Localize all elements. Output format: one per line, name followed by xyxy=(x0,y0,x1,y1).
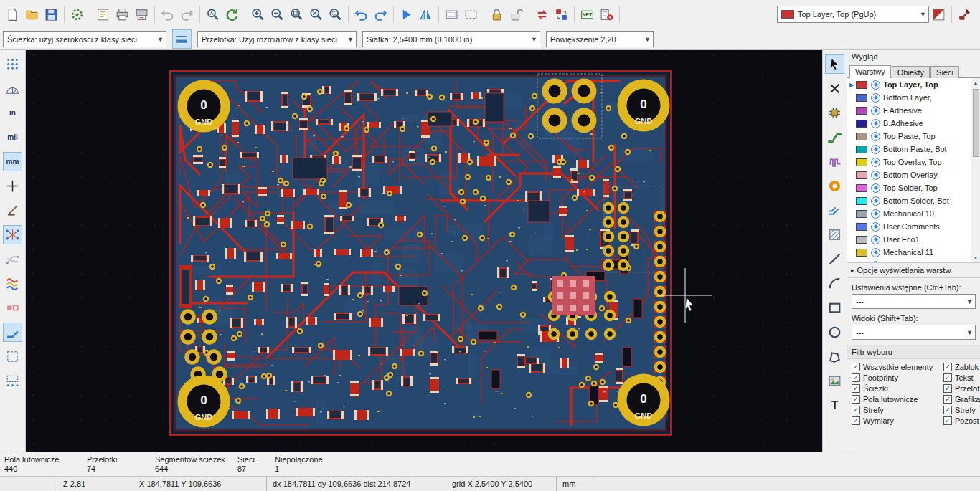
filter-checkbox-item[interactable]: ✓Przelot xyxy=(943,384,980,393)
scrollbar-thumb[interactable] xyxy=(973,89,979,157)
filter-checkbox-item[interactable]: ✓Footprinty xyxy=(852,373,943,382)
layer-visibility-eye-icon[interactable] xyxy=(871,145,880,154)
layer-list-scrollbar[interactable]: ▲ ▼ xyxy=(971,78,980,262)
select-tool-button[interactable] xyxy=(825,54,844,74)
layer-color-swatch[interactable] xyxy=(856,184,867,192)
layer-row[interactable]: ▶Top Layer, Top xyxy=(847,78,971,91)
draw-rect-button[interactable] xyxy=(825,298,844,318)
scroll-up-icon[interactable]: ▲ xyxy=(974,78,979,87)
draw-polygon-button[interactable] xyxy=(825,347,844,366)
chevron-down-icon[interactable]: ▼ xyxy=(918,11,928,18)
pcb-canvas[interactable]: 0GND0GND0GND0GND xyxy=(26,50,822,452)
layer-color-swatch[interactable] xyxy=(856,171,867,179)
grid-override-button[interactable] xyxy=(3,371,22,391)
layer-visibility-eye-icon[interactable] xyxy=(871,209,880,219)
layer-row[interactable]: Bottom Overlay, xyxy=(847,168,971,181)
layer-row[interactable]: Bottom Solder, Bot xyxy=(847,194,971,207)
tab-obiekty[interactable]: Obiekty xyxy=(892,66,930,78)
unit-mils-button[interactable]: mil xyxy=(3,128,22,147)
layer-color-swatch[interactable] xyxy=(856,107,867,115)
zoom-selection-button[interactable] xyxy=(326,5,345,24)
net-highlight-button[interactable]: NET xyxy=(578,5,597,24)
filter-checkbox-item[interactable]: ✓Grafika xyxy=(943,395,980,404)
layer-color-swatch[interactable] xyxy=(856,223,867,231)
layer-color-swatch[interactable] xyxy=(856,210,867,218)
polar-coords-button[interactable] xyxy=(3,79,22,98)
layer-display-options[interactable]: ▸ Opcje wyświetlania warstw xyxy=(847,263,980,278)
layer-row[interactable]: F.Adhesive xyxy=(847,104,971,117)
chevron-down-icon[interactable]: ▼ xyxy=(642,36,653,43)
layer-color-swatch[interactable] xyxy=(856,81,867,89)
frame-dashed-button[interactable] xyxy=(461,5,481,24)
layer-row[interactable]: B.Adhesive xyxy=(847,117,971,130)
chevron-down-icon[interactable]: ▼ xyxy=(529,36,540,43)
filter-checkbox-item[interactable]: ✓Tekst xyxy=(943,373,980,382)
layer-visibility-eye-icon[interactable] xyxy=(871,132,880,141)
undo-disabled-button[interactable] xyxy=(158,5,177,24)
lock-button[interactable] xyxy=(487,5,507,24)
filter-checkbox-item[interactable]: ✓Pola lutownicze xyxy=(852,395,943,404)
unit-mm-button[interactable]: mm xyxy=(3,152,22,171)
layer-color-swatch[interactable] xyxy=(856,262,867,263)
layer-row[interactable]: Top Solder, Top xyxy=(847,181,971,194)
open-board-button[interactable] xyxy=(22,5,42,24)
layer-color-swatch[interactable] xyxy=(856,120,867,128)
checkbox-checked-icon[interactable]: ✓ xyxy=(943,395,952,404)
zoom-fit-button[interactable] xyxy=(306,5,326,24)
checkbox-checked-icon[interactable]: ✓ xyxy=(852,395,860,404)
frame-button[interactable] xyxy=(442,5,461,24)
filter-checkbox-item[interactable]: ✓Wszystkie elementy xyxy=(852,363,943,371)
active-layer-dropdown[interactable]: Top Layer, Top (PgUp) ▼ xyxy=(777,6,929,23)
local-ratsnest-button[interactable] xyxy=(825,79,844,98)
draw-line-button[interactable] xyxy=(825,249,844,269)
layer-row[interactable]: User.Comments xyxy=(847,220,971,233)
layer-row[interactable]: Bottom Paste, Bot xyxy=(847,143,971,156)
refresh-button[interactable] xyxy=(222,5,242,24)
layer-visibility-eye-icon[interactable] xyxy=(871,80,880,90)
ratsnest-curved-button[interactable] xyxy=(3,249,22,269)
layer-visibility-eye-icon[interactable] xyxy=(871,222,880,232)
checkbox-checked-icon[interactable]: ✓ xyxy=(943,363,952,371)
page-settings-button[interactable] xyxy=(93,5,113,24)
board-setup-button[interactable] xyxy=(67,5,87,24)
chevron-down-icon[interactable]: ▼ xyxy=(964,329,975,336)
redo-button[interactable] xyxy=(371,5,390,24)
add-zone-button[interactable] xyxy=(825,225,844,244)
checkbox-checked-icon[interactable]: ✓ xyxy=(943,373,952,382)
add-text-button[interactable]: T xyxy=(825,396,844,415)
route-tracks-button[interactable] xyxy=(825,128,844,147)
chevron-down-icon[interactable]: ▼ xyxy=(345,36,356,43)
grid-dropdown[interactable]: Siatka: 2,5400 mm (0,1000 in) ▼ xyxy=(362,31,540,47)
undo-button[interactable] xyxy=(352,5,371,24)
layer-color-swatch[interactable] xyxy=(856,236,867,244)
via-size-dropdown[interactable]: Przelotka: Użyj rozmiarów z klasy sieci … xyxy=(197,31,357,47)
layer-visibility-eye-icon[interactable] xyxy=(871,171,880,180)
layer-visibility-eye-icon[interactable] xyxy=(871,196,880,206)
layer-color-swatch[interactable] xyxy=(856,158,867,166)
draw-arc-button[interactable] xyxy=(825,274,844,293)
add-image-button[interactable] xyxy=(825,371,844,391)
zoom-in-button[interactable] xyxy=(248,5,268,24)
run-button[interactable] xyxy=(397,5,416,24)
filter-checkbox-item[interactable]: ✓Pozost xyxy=(943,416,980,425)
checkbox-checked-icon[interactable]: ✓ xyxy=(852,373,860,382)
presets-dropdown[interactable]: --- ▼ xyxy=(852,294,976,309)
checkbox-checked-icon[interactable]: ✓ xyxy=(943,406,952,414)
grid-dots-button[interactable] xyxy=(3,54,22,74)
filter-checkbox-item[interactable]: ✓Strefy xyxy=(852,406,943,414)
zoom-dropdown[interactable]: Powiększenie 2,20 ▼ xyxy=(546,31,654,47)
layer-visibility-eye-icon[interactable] xyxy=(871,106,880,115)
layer-visibility-eye-icon[interactable] xyxy=(871,261,880,263)
layer-row[interactable]: Mechanical 11 xyxy=(847,246,971,259)
checkbox-checked-icon[interactable]: ✓ xyxy=(852,406,860,414)
layer-visibility-eye-icon[interactable] xyxy=(871,93,880,103)
ratsnest-visibility-button[interactable] xyxy=(3,225,22,244)
redo-disabled-button[interactable] xyxy=(177,5,197,24)
net-colors-button[interactable] xyxy=(3,274,22,293)
checkbox-checked-icon[interactable]: ✓ xyxy=(852,384,860,393)
outline-display-button[interactable] xyxy=(3,347,22,366)
tune-track-button[interactable] xyxy=(825,152,844,171)
views-dropdown[interactable]: --- ▼ xyxy=(852,325,976,340)
new-board-button[interactable] xyxy=(3,5,22,24)
layer-visibility-eye-icon[interactable] xyxy=(871,158,880,167)
